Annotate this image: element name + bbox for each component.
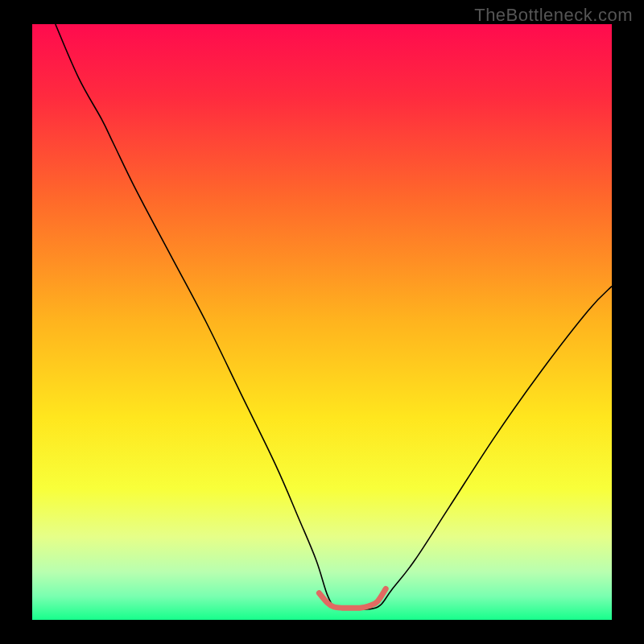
watermark-label: TheBottleneck.com	[474, 5, 633, 26]
chart-frame: TheBottleneck.com	[0, 0, 644, 644]
plot-area	[32, 24, 612, 620]
bottleneck-chart	[32, 24, 612, 620]
gradient-background	[32, 24, 612, 620]
